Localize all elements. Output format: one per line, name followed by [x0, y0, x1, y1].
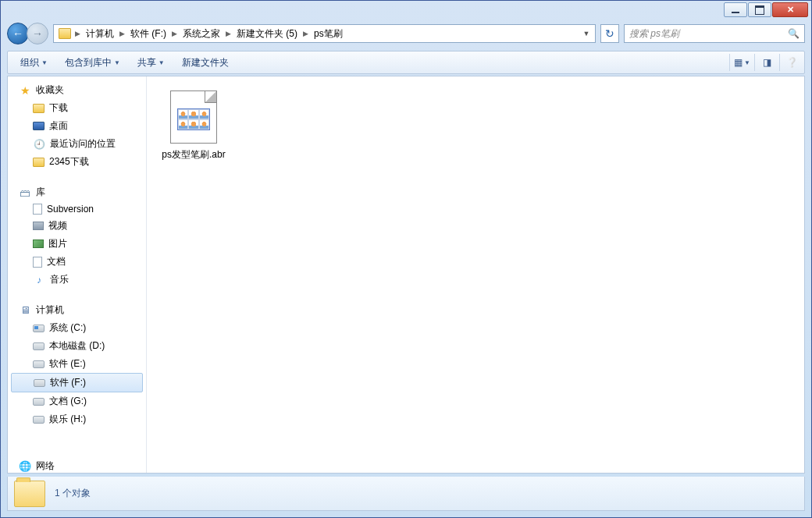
new-folder-button[interactable]: 新建文件夹 — [176, 54, 235, 72]
music-icon: ♪ — [33, 275, 45, 286]
navigation-pane: ★收藏夹 下载 桌面 🕘最近访问的位置 2345下载 🗃库 Subversion… — [8, 76, 147, 473]
forward-button[interactable]: → — [27, 23, 48, 44]
sidebar-item-drive-d[interactable]: 本地磁盘 (D:) — [8, 337, 146, 355]
sidebar-item-recent[interactable]: 🕘最近访问的位置 — [8, 135, 146, 153]
sidebar-item-videos[interactable]: 视频 — [8, 217, 146, 235]
navigation-row: ← → ▶ 计算机 ▶ 软件 (F:) ▶ 系统之家 ▶ 新建文件夹 (5) ▶… — [7, 21, 805, 46]
sidebar-item-pictures[interactable]: 图片 — [8, 235, 146, 253]
document-icon — [33, 204, 42, 215]
organize-button[interactable]: 组织 ▼ — [14, 54, 54, 72]
toolbar: 组织 ▼ 包含到库中 ▼ 共享 ▼ 新建文件夹 ▦ ▼ ◨ ❔ — [7, 51, 805, 74]
file-name: ps发型笔刷.abr — [162, 148, 225, 161]
sidebar-item-2345[interactable]: 2345下载 — [8, 153, 146, 171]
folder-icon — [33, 158, 45, 167]
folder-icon — [14, 481, 45, 507]
computer-header[interactable]: 🖥计算机 — [8, 301, 146, 319]
folder-icon — [33, 104, 45, 113]
libraries-icon: 🗃 — [19, 187, 31, 198]
main-area: ★收藏夹 下载 桌面 🕘最近访问的位置 2345下载 🗃库 Subversion… — [7, 76, 805, 474]
chevron-right-icon[interactable]: ▶ — [171, 30, 178, 37]
preview-pane-button[interactable]: ◨ — [754, 54, 773, 71]
sidebar-item-drive-h[interactable]: 娱乐 (H:) — [8, 410, 146, 428]
chevron-right-icon[interactable]: ▶ — [302, 30, 309, 37]
breadcrumb-segment[interactable]: 系统之家 — [178, 26, 225, 42]
chevron-down-icon: ▼ — [114, 59, 120, 66]
explorer-window: ← → ▶ 计算机 ▶ 软件 (F:) ▶ 系统之家 ▶ 新建文件夹 (5) ▶… — [0, 0, 812, 518]
refresh-button[interactable]: ↻ — [600, 24, 619, 43]
chevron-right-icon[interactable]: ▶ — [119, 30, 126, 37]
pictures-icon — [33, 239, 44, 248]
status-text: 1 个对象 — [55, 487, 91, 500]
drive-icon — [33, 398, 45, 406]
favorites-header[interactable]: ★收藏夹 — [8, 81, 146, 99]
chevron-right-icon[interactable]: ▶ — [74, 30, 81, 37]
sidebar-item-drive-c[interactable]: 系统 (C:) — [8, 319, 146, 337]
breadcrumb-segment[interactable]: 计算机 — [81, 26, 119, 42]
breadcrumb-segment[interactable]: 软件 (F:) — [126, 26, 171, 42]
videos-icon — [33, 222, 44, 230]
file-list[interactable]: ps发型笔刷.abr — [147, 76, 804, 473]
network-icon: 🌐 — [19, 461, 31, 472]
search-input[interactable]: 搜索 ps笔刷 🔍 — [624, 24, 805, 43]
sidebar-item-drive-g[interactable]: 文档 (G:) — [8, 392, 146, 410]
document-icon — [33, 257, 42, 268]
share-button[interactable]: 共享 ▼ — [131, 54, 171, 72]
drive-icon — [33, 325, 45, 332]
maximize-button[interactable] — [748, 2, 771, 17]
search-placeholder: 搜索 ps笔刷 — [629, 27, 679, 41]
address-dropdown-icon[interactable]: ▼ — [579, 30, 593, 37]
sidebar-item-downloads[interactable]: 下载 — [8, 99, 146, 117]
sidebar-item-drive-e[interactable]: 软件 (E:) — [8, 355, 146, 373]
drive-icon — [33, 360, 45, 368]
favorites-group: ★收藏夹 下载 桌面 🕘最近访问的位置 2345下载 — [8, 81, 146, 171]
back-button[interactable]: ← — [7, 23, 29, 44]
close-button[interactable] — [772, 2, 808, 17]
breadcrumb-segment[interactable]: ps笔刷 — [309, 26, 347, 42]
status-bar: 1 个对象 — [7, 477, 805, 511]
drive-icon — [33, 342, 45, 350]
drive-icon — [34, 379, 45, 387]
sidebar-item-desktop[interactable]: 桌面 — [8, 117, 146, 135]
star-icon: ★ — [19, 85, 31, 96]
include-in-library-button[interactable]: 包含到库中 ▼ — [59, 54, 126, 72]
nav-buttons: ← → — [7, 23, 48, 44]
libraries-header[interactable]: 🗃库 — [8, 183, 146, 201]
computer-group: 🖥计算机 系统 (C:) 本地磁盘 (D:) 软件 (E:) 软件 (F:) 文… — [8, 301, 146, 428]
search-icon[interactable]: 🔍 — [788, 28, 800, 39]
libraries-group: 🗃库 Subversion 视频 图片 文档 ♪音乐 — [8, 183, 146, 289]
chevron-right-icon[interactable]: ▶ — [225, 30, 232, 37]
abr-file-icon — [170, 90, 217, 144]
recent-icon: 🕘 — [33, 139, 45, 150]
help-button[interactable]: ❔ — [779, 54, 798, 71]
chevron-down-icon: ▼ — [158, 59, 165, 66]
sidebar-item-documents[interactable]: 文档 — [8, 253, 146, 271]
chevron-down-icon: ▼ — [41, 59, 48, 66]
computer-icon: 🖥 — [19, 305, 31, 316]
folder-icon — [59, 28, 71, 39]
drive-icon — [33, 416, 45, 424]
view-options-button[interactable]: ▦ ▼ — [729, 54, 748, 71]
desktop-icon — [33, 122, 45, 130]
address-bar[interactable]: ▶ 计算机 ▶ 软件 (F:) ▶ 系统之家 ▶ 新建文件夹 (5) ▶ ps笔… — [53, 24, 596, 43]
file-item[interactable]: ps发型笔刷.abr — [156, 86, 231, 166]
titlebar — [1, 1, 811, 21]
sidebar-item-music[interactable]: ♪音乐 — [8, 271, 146, 289]
network-header[interactable]: 🌐网络 — [19, 459, 55, 473]
sidebar-item-subversion[interactable]: Subversion — [8, 201, 146, 217]
breadcrumb-segment[interactable]: 新建文件夹 (5) — [232, 26, 302, 42]
sidebar-item-drive-f[interactable]: 软件 (F:) — [11, 373, 143, 392]
minimize-button[interactable] — [724, 2, 747, 17]
